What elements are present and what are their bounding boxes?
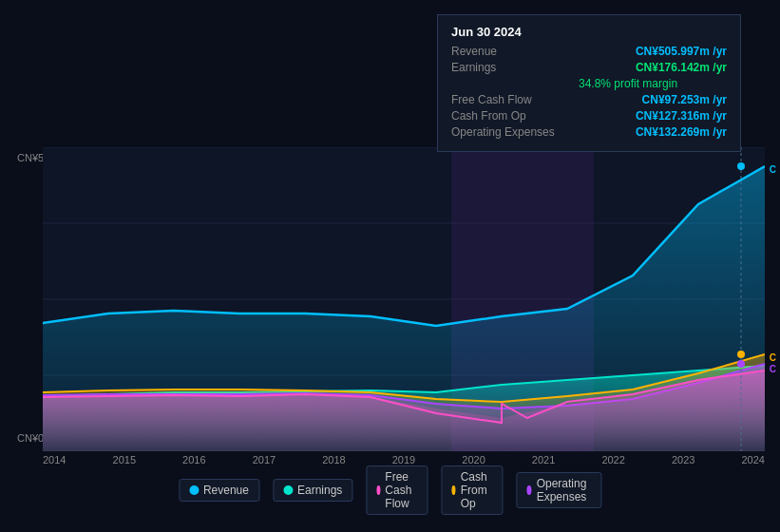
- legend-cashop-label: Cash From Op: [461, 470, 493, 510]
- tooltip-revenue-label: Revenue: [451, 45, 575, 58]
- tooltip-earnings-value: CN¥176.142m /yr: [636, 61, 727, 74]
- x-label-2014: 2014: [43, 454, 66, 466]
- tooltip-cashop-row: Cash From Op CN¥127.316m /yr: [451, 109, 727, 123]
- opex-right-label: C: [770, 364, 776, 374]
- revenue-point: [737, 162, 745, 170]
- cashop-right-label: C: [770, 352, 776, 363]
- x-label-2015: 2015: [113, 454, 136, 466]
- chart-container: Jun 30 2024 Revenue CN¥505.997m /yr Earn…: [0, 0, 780, 532]
- legend-opex-dot: [526, 485, 531, 495]
- legend-cashop[interactable]: Cash From Op: [441, 466, 503, 515]
- legend-fcf-label: Free Cash Flow: [385, 470, 417, 510]
- legend-fcf[interactable]: Free Cash Flow: [366, 466, 428, 515]
- chart-legend: Revenue Earnings Free Cash Flow Cash Fro…: [179, 466, 601, 515]
- legend-revenue[interactable]: Revenue: [179, 479, 259, 502]
- legend-fcf-dot: [376, 485, 380, 495]
- revenue-right-label: C: [770, 164, 776, 175]
- tooltip-revenue-value: CN¥505.997m /yr: [636, 45, 727, 58]
- legend-opex[interactable]: Operating Expenses: [516, 472, 601, 508]
- legend-earnings-dot: [283, 485, 293, 495]
- legend-revenue-label: Revenue: [203, 484, 249, 497]
- tooltip-profit-margin: 34.8% profit margin: [579, 77, 677, 90]
- x-label-2022: 2022: [601, 454, 624, 466]
- legend-earnings-label: Earnings: [297, 484, 342, 497]
- x-label-2017: 2017: [253, 454, 276, 466]
- x-label-2016: 2016: [182, 454, 205, 466]
- x-axis: 2014 2015 2016 2017 2018 2019 2020 2021 …: [43, 454, 765, 466]
- legend-earnings[interactable]: Earnings: [273, 479, 352, 502]
- x-label-2021: 2021: [532, 454, 555, 466]
- tooltip-cashop-label: Cash From Op: [451, 109, 575, 123]
- legend-revenue-dot: [189, 485, 199, 495]
- tooltip-fcf-label: Free Cash Flow: [451, 93, 575, 106]
- x-label-2019: 2019: [392, 454, 415, 466]
- tooltip-profit-margin-row: 34.8% profit margin: [575, 77, 727, 90]
- y-axis-bottom-label: CN¥0: [17, 432, 44, 444]
- tooltip-fcf-value: CN¥97.253m /yr: [642, 93, 727, 106]
- chart-area[interactable]: C C C: [43, 147, 765, 451]
- tooltip-revenue-row: Revenue CN¥505.997m /yr: [451, 45, 727, 58]
- x-label-2023: 2023: [672, 454, 694, 466]
- tooltip-opex-label: Operating Expenses: [451, 125, 575, 139]
- tooltip-date: Jun 30 2024: [451, 25, 727, 39]
- tooltip-box: Jun 30 2024 Revenue CN¥505.997m /yr Earn…: [437, 14, 741, 152]
- x-label-2024: 2024: [741, 454, 764, 466]
- x-label-2018: 2018: [322, 454, 345, 466]
- legend-opex-label: Operating Expenses: [537, 477, 591, 504]
- x-label-2020: 2020: [462, 454, 485, 466]
- tooltip-opex-value: CN¥132.269m /yr: [636, 125, 727, 139]
- opex-point: [737, 360, 745, 368]
- tooltip-opex-row: Operating Expenses CN¥132.269m /yr: [451, 125, 727, 139]
- tooltip-fcf-row: Free Cash Flow CN¥97.253m /yr: [451, 93, 727, 106]
- cashop-point: [737, 351, 745, 358]
- chart-svg: [43, 147, 765, 451]
- tooltip-cashop-value: CN¥127.316m /yr: [636, 109, 727, 123]
- legend-cashop-dot: [451, 485, 455, 495]
- tooltip-earnings-row: Earnings CN¥176.142m /yr: [451, 61, 727, 74]
- tooltip-earnings-label: Earnings: [451, 61, 575, 74]
